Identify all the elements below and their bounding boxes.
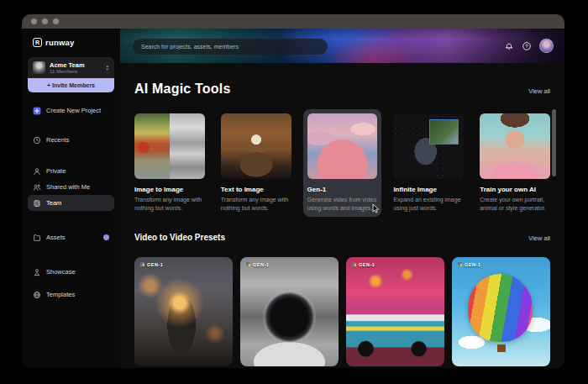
clock-icon	[33, 136, 41, 145]
search-input[interactable]	[141, 44, 319, 50]
window-titlebar	[22, 14, 564, 29]
preset-card-astronaut[interactable]: GEN-1	[240, 257, 339, 366]
notifications-button[interactable]	[504, 41, 514, 51]
assets-notification-badge	[103, 234, 109, 240]
card-description: Transform any image with nothing but wor…	[221, 196, 291, 213]
sidebar-item-shared-with-me[interactable]: Shared with Me	[28, 179, 114, 195]
infinite-image-thumbnail	[393, 113, 464, 179]
runway-logo-text: runway	[45, 38, 74, 47]
invite-members-button[interactable]: + Invite Members	[28, 78, 114, 92]
user-avatar[interactable]	[539, 39, 554, 53]
preset-card-retro-van[interactable]: GEN-1	[346, 257, 444, 366]
view-all-magic-tools-link[interactable]: View all	[528, 87, 550, 95]
card-infinite-image[interactable]: Infinite Image Expand an existing image …	[393, 113, 464, 213]
train-ai-thumbnail	[480, 113, 550, 179]
runway-logo-icon: R	[33, 38, 42, 47]
window-minimize-button[interactable]	[42, 18, 48, 24]
main-area: ? AI Magic Tools View all Image to Image	[120, 29, 564, 368]
gen-1-badge-icon	[352, 262, 356, 266]
card-title: Image to Image	[134, 186, 205, 193]
sidebar-item-label: Showcase	[46, 268, 76, 276]
magic-tools-row: Image to Image Transform any image with …	[134, 113, 550, 213]
building-icon	[33, 199, 41, 208]
card-description: Transform any image with nothing but wor…	[134, 196, 205, 213]
team-member-count: 11 Members	[50, 69, 85, 74]
sidebar-item-label: Private	[46, 167, 66, 175]
preset-card-lantern-tower[interactable]: GEN-1	[134, 257, 233, 366]
gen-1-badge: GEN-1	[458, 262, 480, 267]
people-icon	[33, 183, 41, 192]
showcase-icon	[33, 268, 41, 276]
card-gen-1[interactable]: Gen-1 Generate video from video using wo…	[303, 109, 382, 217]
team-switcher: Acme Team 11 Members ▲▼ + Invite Members	[28, 57, 114, 92]
card-description: Expand an existing image using just word…	[393, 196, 464, 213]
help-button[interactable]: ?	[522, 41, 532, 51]
gen-1-badge-label: GEN-1	[465, 262, 480, 267]
sidebar-item-recents[interactable]: Recents	[28, 132, 114, 148]
section-title-ai-magic-tools: AI Magic Tools	[134, 82, 231, 97]
sidebar-item-assets[interactable]: Assets	[28, 229, 114, 245]
image-to-image-thumbnail	[134, 113, 205, 179]
sidebar-item-label: Assets	[46, 234, 66, 241]
sidebar: R runway Acme Team 11 Members ▲▼ + Invit…	[22, 29, 120, 368]
sidebar-item-templates[interactable]: Templates	[28, 287, 114, 302]
window-zoom-button[interactable]	[53, 18, 59, 24]
gen-1-badge: GEN-1	[246, 262, 269, 267]
sidebar-item-label: Shared with Me	[46, 183, 90, 191]
create-new-project-label: Create New Project	[46, 107, 101, 114]
card-text-to-image[interactable]: Text to Image Transform any image with n…	[221, 113, 291, 213]
text-to-image-thumbnail	[221, 113, 291, 179]
chevron-up-down-icon: ▲▼	[106, 65, 109, 71]
card-title: Infinite Image	[393, 186, 464, 193]
header-banner: ?	[120, 29, 564, 63]
card-title: Train your own AI	[480, 186, 550, 193]
folder-icon	[33, 234, 41, 242]
gen-1-badge-label: GEN-1	[359, 262, 375, 267]
team-name: Acme Team	[50, 61, 85, 69]
sidebar-item-showcase[interactable]: Showcase	[28, 264, 114, 280]
preset-row: GEN-1 GEN-1 GEN-1	[134, 257, 550, 366]
gen-1-badge-label: GEN-1	[253, 262, 269, 267]
card-image-to-image[interactable]: Image to Image Transform any image with …	[134, 113, 205, 213]
svg-text:?: ?	[525, 44, 528, 49]
window-close-button[interactable]	[31, 18, 37, 24]
card-description: Generate video from video using words an…	[307, 196, 378, 213]
app-window: R runway Acme Team 11 Members ▲▼ + Invit…	[22, 14, 564, 368]
sidebar-item-label: Recents	[46, 136, 70, 144]
preset-card-hot-air-balloon[interactable]: GEN-1	[452, 257, 550, 366]
question-circle-icon: ?	[522, 41, 532, 51]
gen-1-badge-icon	[458, 262, 462, 266]
card-title: Gen-1	[307, 186, 378, 193]
runway-logo: R runway	[22, 29, 120, 54]
scrollbar-thumb[interactable]	[552, 109, 556, 176]
globe-icon	[33, 291, 41, 299]
sidebar-item-label: Templates	[46, 291, 75, 298]
gen-1-badge: GEN-1	[140, 262, 163, 267]
team-switcher-row[interactable]: Acme Team 11 Members ▲▼	[28, 57, 114, 78]
plus-icon	[33, 107, 41, 115]
view-all-presets-link[interactable]: View all	[528, 234, 550, 242]
sidebar-item-team[interactable]: Team	[28, 195, 114, 211]
gen-1-badge-icon	[140, 262, 144, 266]
search-bar[interactable]	[133, 39, 328, 55]
sidebar-item-label: Team	[46, 199, 61, 207]
create-new-project-button[interactable]: Create New Project	[28, 103, 114, 118]
team-avatar	[33, 61, 45, 74]
mouse-cursor-icon	[371, 203, 381, 213]
card-description: Create your own portrait, animal or styl…	[480, 196, 550, 213]
card-title: Text to Image	[221, 186, 291, 193]
person-icon	[33, 167, 41, 176]
gen-1-thumbnail	[307, 113, 378, 179]
sidebar-item-private[interactable]: Private	[28, 163, 114, 179]
gen-1-badge-label: GEN-1	[147, 262, 163, 267]
card-train-your-own-ai[interactable]: Train your own AI Create your own portra…	[480, 113, 550, 213]
gen-1-badge-icon	[246, 262, 250, 266]
section-title-video-presets: Video to Video Presets	[134, 233, 225, 242]
bell-icon	[504, 41, 514, 51]
gen-1-badge: GEN-1	[352, 262, 375, 267]
